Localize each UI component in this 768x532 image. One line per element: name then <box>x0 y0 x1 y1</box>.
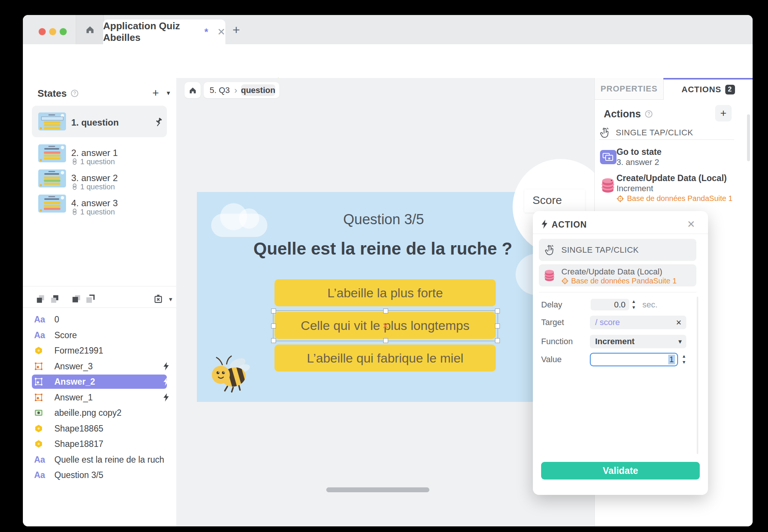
shape-layer-icon <box>34 439 43 448</box>
delay-input[interactable]: 0.0 <box>591 299 629 310</box>
cloud-shape <box>239 208 259 229</box>
layer-row-answer-2[interactable]: Answer_2 <box>32 375 167 389</box>
answer-button-3[interactable]: L’abeille qui fabrique le miel <box>274 345 496 372</box>
value-input[interactable]: 1 <box>590 353 678 366</box>
bring-to-front-icon[interactable] <box>71 294 81 304</box>
state-label: 1. question <box>71 117 119 128</box>
tab-properties[interactable]: PROPERTIES <box>595 78 664 100</box>
question-text[interactable]: Quelle est la reine de la ruche ? <box>233 238 533 259</box>
traffic-maximize-icon[interactable] <box>60 28 67 35</box>
bee-illustration[interactable] <box>208 353 252 393</box>
link-icon <box>71 208 78 215</box>
link-icon <box>71 183 78 190</box>
tab-actions[interactable]: ACTIONS 2 <box>663 78 753 99</box>
state-thumbnail[interactable] <box>38 112 66 130</box>
action-subtitle: Increment <box>616 184 653 193</box>
send-to-back-icon[interactable] <box>85 294 95 304</box>
trigger-row: SINGLE TAP/CLICK <box>599 126 693 139</box>
add-state-button[interactable]: + <box>150 87 162 99</box>
send-backward-icon[interactable] <box>50 294 60 304</box>
layers-menu-caret-icon[interactable]: ▾ <box>167 295 174 303</box>
group-layer-icon <box>34 393 43 402</box>
layer-row-0[interactable]: Aa 0 <box>32 312 167 327</box>
layer-row-answer-1[interactable]: Answer_1 <box>32 390 167 405</box>
action-item-go-to-state[interactable]: ★ Go to state 3. answer 2 <box>595 146 753 169</box>
delay-stepper-down-icon[interactable]: ▼ <box>632 305 636 310</box>
tab-application-quiz-abeilles[interactable]: Application Quiz Abeilles * ✕ <box>103 19 225 44</box>
resize-handle[interactable] <box>271 324 276 328</box>
tab-title: Application Quiz Abeilles <box>103 20 201 43</box>
image-layer-icon <box>34 408 43 417</box>
action-subtitle: 3. answer 2 <box>616 157 659 167</box>
trigger-label: SINGLE TAP/CLICK <box>616 128 693 138</box>
breadcrumb-state[interactable]: 5. Q3 <box>210 85 230 95</box>
delete-layer-icon[interactable] <box>153 294 163 304</box>
target-input[interactable]: / score ✕ <box>590 316 686 329</box>
delay-stepper-up-icon[interactable]: ▲ <box>632 299 636 304</box>
layer-row-question-counter[interactable]: Aa Question 3/5 <box>32 468 167 482</box>
action-item-create-update-data[interactable]: Create/Update Data (Local) Increment Bas… <box>595 173 753 206</box>
horizontal-scrollbar[interactable] <box>326 487 429 492</box>
layer-row-question-text[interactable]: Aa Quelle est la reine de la ruch <box>32 453 167 467</box>
resize-handle[interactable] <box>271 309 276 313</box>
value-stepper-up-icon[interactable]: ▲ <box>682 354 686 359</box>
validate-button[interactable]: Validate <box>541 462 700 480</box>
layer-row-shape18865[interactable]: Shape18865 <box>32 421 167 436</box>
shape-layer-icon <box>34 424 43 433</box>
selection-box[interactable] <box>273 310 498 341</box>
layer-row-abeille-png[interactable]: abeille.png copy2 <box>32 406 167 420</box>
traffic-minimize-icon[interactable] <box>49 28 56 35</box>
resize-handle[interactable] <box>495 338 500 343</box>
state-thumbnail[interactable] <box>38 195 66 213</box>
dialog-trigger-label: SINGLE TAP/CLICK <box>561 245 639 255</box>
clear-target-icon[interactable]: ✕ <box>676 318 682 327</box>
resize-handle[interactable] <box>495 324 500 328</box>
action-target-link[interactable]: Base de données PandaSuite 1 <box>616 194 732 203</box>
dialog-scrollbar[interactable] <box>697 297 698 454</box>
actions-help-icon[interactable]: ? <box>645 110 653 118</box>
bring-forward-icon[interactable] <box>36 294 46 304</box>
text-layer-icon: Aa <box>34 330 45 340</box>
new-tab-button[interactable]: + <box>230 23 243 36</box>
shape-layer-icon <box>34 346 43 355</box>
action-title: Create/Update Data (Local) <box>616 173 727 183</box>
panel-scrollbar[interactable] <box>747 114 750 161</box>
state-thumbnail[interactable] <box>38 169 66 187</box>
layer-row-score[interactable]: Aa Score <box>32 328 167 342</box>
function-select[interactable]: Increment ▾ <box>590 335 686 348</box>
add-action-button[interactable]: + <box>715 105 732 121</box>
resize-handle[interactable] <box>383 309 388 313</box>
layer-row-answer-3[interactable]: Answer_3 <box>32 359 167 373</box>
resize-handle[interactable] <box>383 338 388 343</box>
breadcrumb-home-button[interactable] <box>184 82 201 98</box>
question-counter-text[interactable]: Question 3/5 <box>309 211 459 228</box>
resize-handle[interactable] <box>271 338 276 343</box>
dialog-close-icon[interactable]: ✕ <box>685 218 698 231</box>
state-thumbnail[interactable] <box>38 144 66 162</box>
resize-handle[interactable] <box>495 309 500 313</box>
score-box[interactable]: Score <box>524 189 585 213</box>
action-bolt-icon <box>162 362 170 371</box>
home-icon <box>188 86 197 95</box>
dialog-trigger-row[interactable]: SINGLE TAP/CLICK <box>539 239 696 261</box>
delay-label: Delay <box>541 299 562 310</box>
home-tab[interactable] <box>76 15 104 44</box>
layer-row-shape18817[interactable]: Shape18817 <box>32 437 167 451</box>
tab-modified-marker: * <box>204 26 208 38</box>
dialog-action-target[interactable]: Base de données PandaSuite 1 <box>561 277 676 285</box>
answer-button-1[interactable]: L’abeille la plus forte <box>274 279 496 306</box>
dialog-action-row[interactable]: Create/Update Data (Local) Base de donné… <box>539 264 696 286</box>
breadcrumb-screen[interactable]: question <box>241 84 275 96</box>
states-help-icon[interactable]: ? <box>70 89 79 97</box>
tab-close-icon[interactable]: ✕ <box>217 26 225 38</box>
layer-row-forme21991[interactable]: Forme21991 <box>32 343 167 358</box>
text-layer-icon: Aa <box>34 315 45 325</box>
datasource-icon <box>544 269 555 282</box>
traffic-close-icon[interactable] <box>39 28 46 35</box>
function-caret-icon: ▾ <box>678 337 682 346</box>
function-label: Function <box>541 335 573 348</box>
value-stepper-down-icon[interactable]: ▼ <box>682 360 686 365</box>
states-menu-caret-icon[interactable]: ▾ <box>164 88 173 97</box>
window-tab-bar: Application Quiz Abeilles * ✕ + <box>23 15 753 44</box>
pin-icon[interactable] <box>153 117 163 127</box>
